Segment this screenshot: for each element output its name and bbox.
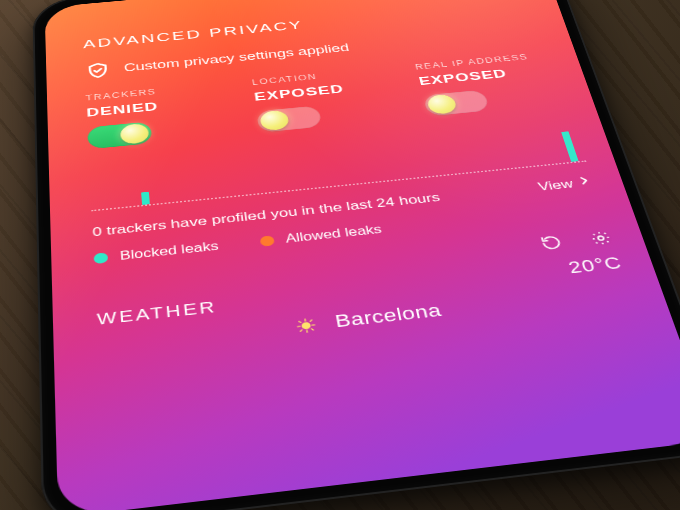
toggle-location[interactable]: [257, 105, 323, 132]
toggle-location-value: EXPOSED: [253, 77, 394, 103]
chevron-right-icon: [574, 174, 596, 191]
toggle-knob: [259, 110, 290, 132]
privacy-subtitle-row: Custom privacy settings applied: [84, 21, 544, 80]
svg-point-2: [302, 322, 311, 329]
trackers-stat-text: 0 trackers have profiled you in the last…: [92, 190, 441, 239]
shield-check-icon: [84, 60, 112, 80]
weather-temp: 20°C: [566, 253, 625, 278]
chart-baseline: [91, 160, 586, 211]
toggle-realip-label: REAL IP ADDRESS: [414, 51, 551, 72]
legend-dot-teal: [94, 252, 109, 264]
toggle-knob: [426, 94, 458, 115]
toggle-location-label: LOCATION: [251, 66, 389, 87]
sun-icon: [294, 317, 317, 335]
legend-blocked-label: Blocked leaks: [120, 240, 220, 263]
view-link[interactable]: View: [536, 174, 596, 195]
home-screen: ADVANCED PRIVACY Custom privacy settings…: [45, 0, 680, 510]
toggle-realip-col: REAL IP ADDRESS EXPOSED: [414, 51, 566, 117]
privacy-toggle-row: TRACKERS DENIED LOCATION EXPOSED REAL IP…: [85, 51, 566, 150]
phone-frame: ADVANCED PRIVACY Custom privacy settings…: [32, 0, 680, 510]
toggle-trackers-value: DENIED: [86, 93, 228, 120]
svg-point-1: [598, 236, 605, 241]
toggle-trackers[interactable]: [87, 121, 152, 149]
reload-icon[interactable]: [538, 233, 567, 253]
toggle-location-col: LOCATION EXPOSED: [251, 66, 400, 133]
trackers-chart: [89, 119, 588, 217]
legend-item-blocked: Blocked leaks: [93, 240, 219, 266]
privacy-subtitle: Custom privacy settings applied: [123, 41, 350, 74]
legend-item-allowed: Allowed leaks: [259, 223, 383, 248]
phone-bezel: ADVANCED PRIVACY Custom privacy settings…: [45, 0, 680, 510]
trackers-stat-row: 0 trackers have profiled you in the last…: [92, 174, 596, 241]
toggle-knob: [120, 123, 150, 145]
widget-settings-gear-icon[interactable]: [586, 228, 615, 248]
toggle-trackers-label: TRACKERS: [85, 81, 225, 103]
toggle-realip[interactable]: [423, 90, 490, 117]
legend-allowed-label: Allowed leaks: [285, 223, 383, 246]
toggle-realip-value: EXPOSED: [417, 62, 556, 88]
chart-bar: [141, 192, 150, 205]
statusbar: [81, 0, 528, 34]
weather-title: WEATHER: [96, 298, 217, 329]
legend-dot-orange: [259, 235, 274, 247]
weather-city: Barcelona: [333, 300, 443, 331]
privacy-card-title: ADVANCED PRIVACY: [83, 0, 534, 51]
chart-bar: [561, 131, 578, 162]
view-link-label: View: [536, 177, 575, 194]
toggle-trackers-col: TRACKERS DENIED: [85, 81, 232, 149]
